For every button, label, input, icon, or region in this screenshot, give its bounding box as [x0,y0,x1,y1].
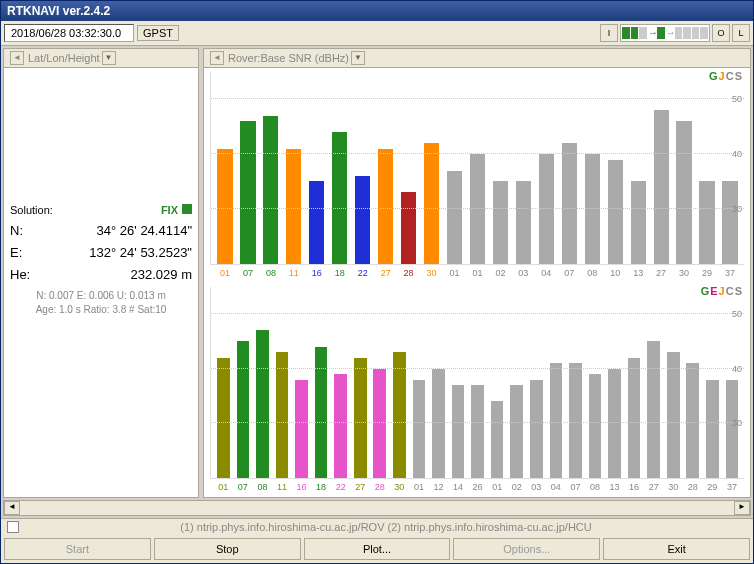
sat-label: 01 [215,482,232,492]
sat-label: 12 [430,482,447,492]
plot-button[interactable]: Plot... [304,538,451,560]
scroll-left-icon[interactable]: ◄ [4,501,20,515]
sat-bar: 28 [399,72,419,264]
sat-bar: 27 [651,72,671,264]
sat-label: 08 [582,268,602,278]
horizontal-scrollbar[interactable]: ◄ ► [3,500,751,516]
sat-bar: 07 [235,287,252,479]
sat-label: 30 [391,482,408,492]
sat-label: 08 [261,268,281,278]
sat-bar: 10 [605,72,625,264]
sat-bar: 08 [254,287,271,479]
sat-bar: 16 [293,287,310,479]
scroll-right-icon[interactable]: ► [734,501,750,515]
sat-bar: 11 [274,287,291,479]
sat-bar: 22 [332,287,349,479]
gpst-button[interactable]: GPST [137,25,179,41]
accuracy-stats: N: 0.007 E: 0.006 U: 0.013 m [10,289,192,303]
sat-bar: 30 [665,287,682,479]
sat-label: 22 [332,482,349,492]
sat-bar: 27 [352,287,369,479]
sat-bar: 03 [528,287,545,479]
sat-label: 27 [376,268,396,278]
sat-bar: 11 [284,72,304,264]
sat-bar: 30 [674,72,694,264]
sat-label: 11 [284,268,304,278]
sat-label: 07 [559,268,579,278]
sat-label: 37 [724,482,741,492]
title-bar: RTKNAVI ver.2.4.2 [1,1,753,21]
sat-label: 03 [513,268,533,278]
sat-bar: 29 [697,72,717,264]
snr-panel: ◄ Rover:Base SNR (dBHz) ▼ GJCS 010708111… [203,48,751,498]
sat-bar: 08 [261,72,281,264]
start-button[interactable]: Start [4,538,151,560]
status-checkbox[interactable] [7,521,19,533]
sat-label: 18 [330,268,350,278]
sat-label: 07 [567,482,584,492]
right-dropdown-icon[interactable]: ▼ [351,51,365,65]
sat-label: 07 [235,482,252,492]
sat-label: 10 [605,268,625,278]
sat-label: 02 [508,482,525,492]
solution-value: FIX [161,204,178,216]
right-prev-icon[interactable]: ◄ [210,51,224,65]
stop-button[interactable]: Stop [154,538,301,560]
sat-bar: 12 [430,287,447,479]
sat-bar: 02 [490,72,510,264]
indicator-l[interactable]: L [732,24,750,42]
sat-label: 07 [238,268,258,278]
sat-bar: 01 [215,287,232,479]
options-button[interactable]: Options... [453,538,600,560]
solution-body: Solution: FIX N:34° 26' 24.4114" E:132° … [4,68,198,497]
charts-area: GJCS 01070811161822272830010102030407081… [204,68,750,497]
indicator-o[interactable]: O [712,24,730,42]
toolbar: 2018/06/28 03:32:30.0 GPST I →→ O L [1,21,753,46]
indicator-i[interactable]: I [600,24,618,42]
solution-label: Solution: [10,204,53,216]
sat-label: 26 [469,482,486,492]
app-title: RTKNAVI ver.2.4.2 [7,4,110,18]
sat-label: 28 [372,482,389,492]
app-window: RTKNAVI ver.2.4.2 2018/06/28 03:32:30.0 … [0,0,754,564]
sat-bar: 28 [372,287,389,479]
sat-bar: 16 [307,72,327,264]
stream-indicator-1: →→ [620,24,710,42]
sat-bar: 29 [704,287,721,479]
sat-bar: 07 [559,72,579,264]
sat-label: 28 [685,482,702,492]
sat-label: 13 [606,482,623,492]
sat-label: 14 [450,482,467,492]
sat-label: 29 [697,268,717,278]
sat-bar: 14 [450,287,467,479]
sat-bar: 01 [467,72,487,264]
rover-snr-chart: GJCS 01070811161822272830010102030407081… [204,68,750,283]
sat-bar: 13 [606,287,623,479]
sat-bar: 27 [376,72,396,264]
sat-bar: 02 [508,287,525,479]
sat-bar: 18 [313,287,330,479]
height-value: 232.029 m [36,267,192,282]
base-snr-chart: GEJCS 0107081116182227283001121426010203… [204,283,750,498]
lat-value: 34° 26' 24.4114" [36,223,192,238]
sat-label: 04 [548,482,565,492]
exit-button[interactable]: Exit [603,538,750,560]
sat-label: 03 [528,482,545,492]
sat-label: 27 [645,482,662,492]
sat-label: 28 [399,268,419,278]
sat-bar: 16 [626,287,643,479]
sat-bar: 30 [422,72,442,264]
left-prev-icon[interactable]: ◄ [10,51,24,65]
sat-label: 30 [422,268,442,278]
sat-bar: 30 [391,287,408,479]
sat-bar: 28 [685,287,702,479]
solution-panel: ◄ Lat/Lon/Height ▼ Solution: FIX N:34° 2… [3,48,199,498]
sat-bar: 04 [548,287,565,479]
button-bar: Start Stop Plot... Options... Exit [1,535,753,563]
sat-bar: 01 [411,287,428,479]
sat-bar: 01 [445,72,465,264]
sat-label: 27 [651,268,671,278]
sat-label: 01 [467,268,487,278]
sat-bar: 01 [215,72,235,264]
left-dropdown-icon[interactable]: ▼ [102,51,116,65]
